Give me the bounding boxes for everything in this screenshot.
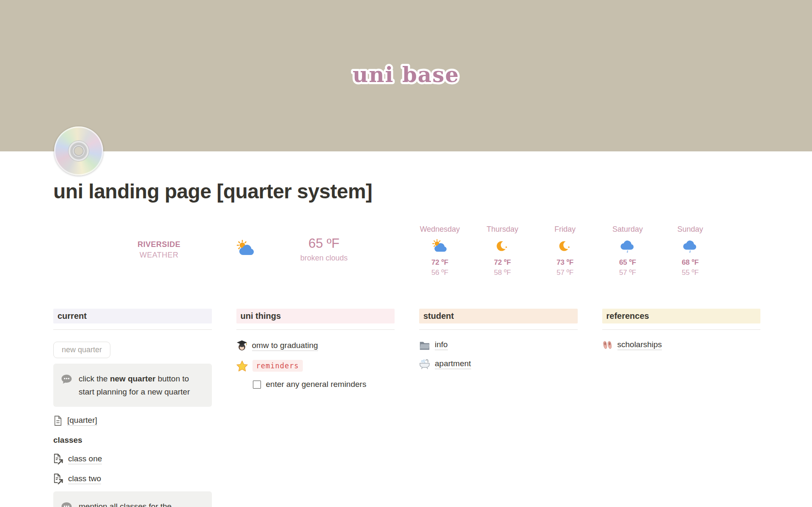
page-title: uni landing page [quarter system]: [53, 180, 760, 203]
forecast-day-name: Thursday: [471, 225, 534, 234]
callout-classes-hint: mention all classes for the: [53, 491, 212, 507]
page-link-row: apartment: [419, 359, 578, 369]
graduate-icon: [236, 340, 247, 351]
bathtub-icon: [419, 359, 430, 369]
forecast-low: 58 ºF: [471, 269, 534, 277]
forecast-day-name: Friday: [534, 225, 596, 234]
current-temperature: 65 ºF: [269, 236, 379, 251]
weather-location-label: WEATHER: [108, 251, 210, 260]
column-uni-things: uni things omw to graduating: [236, 309, 395, 507]
divider: [53, 329, 212, 330]
forecast-day-name: Saturday: [596, 225, 659, 234]
moon-icon: [471, 236, 534, 256]
current-condition: broken clouds: [269, 254, 379, 263]
classes-heading: classes: [53, 436, 212, 445]
star-icon: [236, 360, 248, 372]
forecast-day: Sunday 68 ºF 55 ºF: [659, 225, 721, 277]
page-link-row: omw to graduating: [236, 340, 395, 351]
forecast-day-name: Wednesday: [409, 225, 471, 234]
forecast-high: 72 ºF: [409, 258, 471, 267]
todo-item: enter any general reminders: [253, 380, 395, 389]
reminders-row: reminders: [236, 360, 395, 372]
document-link-icon: [53, 473, 63, 485]
forecast-day: Friday 73 ºF 57 ºF: [534, 225, 596, 277]
column-header-current: current: [53, 309, 212, 323]
todo-label: enter any general reminders: [266, 380, 367, 389]
page-link-row: scholarships: [602, 340, 761, 350]
callout-text: click the new quarter button to start pl…: [79, 372, 203, 398]
scholarships-link[interactable]: scholarships: [617, 340, 662, 350]
weather-location: RIVERSIDE WEATHER: [108, 225, 210, 260]
speech-bubble-icon: [61, 502, 72, 507]
forecast-day: Thursday 72 ºF 58 ºF: [471, 225, 534, 277]
reminders-code-tag: reminders: [252, 360, 303, 372]
columns-layout: current new quarter click the new quarte…: [53, 309, 760, 507]
ballet-shoes-icon: [602, 340, 613, 350]
page-link-row: info: [419, 340, 578, 350]
moon-icon: [534, 236, 596, 256]
weather-forecast: Wednesday 72 ºF 56 ºF Th: [409, 225, 721, 277]
callout-text-part: click the: [79, 374, 110, 383]
weather-current: 65 ºF broken clouds: [269, 225, 379, 263]
forecast-day-name: Sunday: [659, 225, 721, 234]
column-references: references scholarships: [602, 309, 761, 507]
callout-text: mention all classes for the: [79, 500, 172, 507]
class-one-link[interactable]: class one: [68, 454, 102, 464]
divider: [419, 329, 578, 330]
apartment-link[interactable]: apartment: [435, 359, 471, 369]
forecast-high: 72 ºF: [471, 258, 534, 267]
uni-base-logo: uni base: [313, 54, 499, 96]
document-link-icon: [53, 453, 63, 465]
page-link-row: class one: [53, 453, 212, 465]
todo-checkbox[interactable]: [253, 381, 261, 389]
rain-cloud-icon: [596, 236, 659, 256]
document-icon: [53, 415, 63, 426]
rain-cloud-icon: [659, 236, 721, 256]
forecast-low: 57 ºF: [596, 269, 659, 277]
logo-text: uni base: [353, 62, 459, 87]
new-quarter-button[interactable]: new quarter: [53, 342, 110, 358]
sun-behind-cloud-icon: [222, 225, 269, 259]
weather-widget: RIVERSIDE WEATHER 65 ºF broken clouds: [53, 225, 760, 282]
column-header-references: references: [602, 309, 761, 323]
info-link[interactable]: info: [435, 340, 448, 350]
omw-to-graduating-link[interactable]: omw to graduating: [252, 341, 318, 351]
callout-text-bold: new quarter: [110, 374, 156, 383]
forecast-high: 68 ºF: [659, 258, 721, 267]
forecast-low: 55 ºF: [659, 269, 721, 277]
column-header-uni-things: uni things: [236, 309, 395, 323]
page-link-row: [quarter]: [53, 415, 212, 426]
column-current: current new quarter click the new quarte…: [53, 309, 212, 507]
speech-bubble-icon: [61, 374, 72, 386]
forecast-day: Saturday 65 ºF 57 ºF: [596, 225, 659, 277]
forecast-low: 57 ºF: [534, 269, 596, 277]
quarter-page-link[interactable]: [quarter]: [67, 416, 97, 426]
class-two-link[interactable]: class two: [68, 474, 101, 484]
forecast-high: 73 ºF: [534, 258, 596, 267]
page-content: uni landing page [quarter system] RIVERS…: [53, 180, 760, 507]
cd-page-icon[interactable]: [54, 126, 103, 175]
sun-behind-cloud-icon: [409, 236, 471, 256]
callout-new-quarter-hint: click the new quarter button to start pl…: [53, 364, 212, 407]
page-cover-banner: uni base: [0, 0, 812, 151]
folder-icon: [419, 340, 430, 350]
page-link-row: class two: [53, 473, 212, 485]
column-header-student: student: [419, 309, 578, 323]
forecast-low: 56 ºF: [409, 269, 471, 277]
column-student: student info: [419, 309, 578, 507]
divider: [236, 329, 395, 330]
divider: [602, 329, 761, 330]
forecast-high: 65 ºF: [596, 258, 659, 267]
forecast-day: Wednesday 72 ºF 56 ºF: [409, 225, 471, 277]
weather-location-city: RIVERSIDE: [108, 240, 210, 249]
